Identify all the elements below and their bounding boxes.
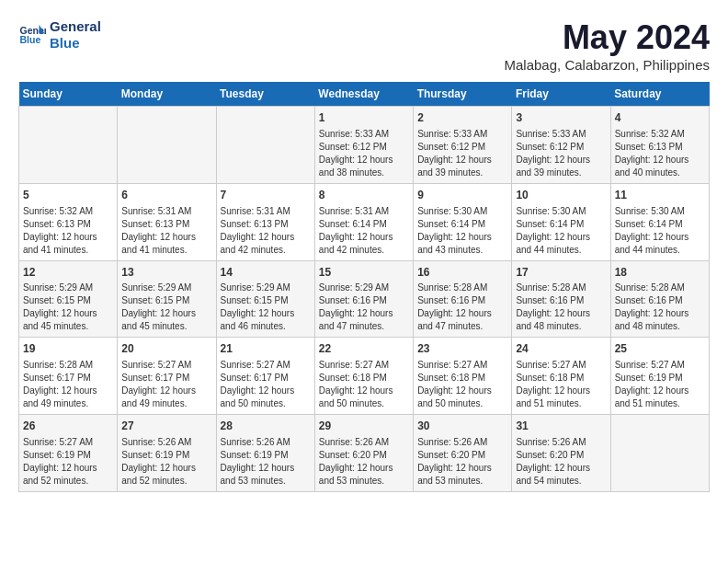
calendar-cell: 24Sunrise: 5:27 AM Sunset: 6:18 PM Dayli… bbox=[512, 338, 610, 415]
day-info: Sunrise: 5:27 AM Sunset: 6:18 PM Dayligh… bbox=[319, 359, 409, 410]
day-info: Sunrise: 5:29 AM Sunset: 6:15 PM Dayligh… bbox=[121, 282, 211, 333]
day-number: 17 bbox=[516, 265, 606, 281]
calendar-cell: 4Sunrise: 5:32 AM Sunset: 6:13 PM Daylig… bbox=[610, 107, 709, 184]
header-day: Tuesday bbox=[216, 82, 314, 107]
day-number: 18 bbox=[615, 265, 705, 281]
title-section: May 2024 Malabag, Calabarzon, Philippine… bbox=[505, 18, 710, 73]
day-info: Sunrise: 5:26 AM Sunset: 6:20 PM Dayligh… bbox=[516, 436, 606, 488]
calendar-week-row: 5Sunrise: 5:32 AM Sunset: 6:13 PM Daylig… bbox=[19, 183, 710, 260]
calendar-cell: 12Sunrise: 5:29 AM Sunset: 6:15 PM Dayli… bbox=[19, 260, 118, 338]
calendar-cell: 3Sunrise: 5:33 AM Sunset: 6:12 PM Daylig… bbox=[512, 107, 610, 184]
calendar-cell: 25Sunrise: 5:27 AM Sunset: 6:19 PM Dayli… bbox=[610, 338, 709, 415]
day-number: 13 bbox=[121, 265, 211, 281]
day-info: Sunrise: 5:30 AM Sunset: 6:14 PM Dayligh… bbox=[417, 205, 507, 257]
calendar-cell: 30Sunrise: 5:26 AM Sunset: 6:20 PM Dayli… bbox=[414, 415, 512, 492]
calendar-table: SundayMondayTuesdayWednesdayThursdayFrid… bbox=[18, 82, 710, 492]
month-year: May 2024 bbox=[505, 18, 710, 57]
day-info: Sunrise: 5:33 AM Sunset: 6:12 PM Dayligh… bbox=[516, 128, 606, 179]
calendar-cell: 28Sunrise: 5:26 AM Sunset: 6:19 PM Dayli… bbox=[216, 415, 314, 492]
calendar-cell: 29Sunrise: 5:26 AM Sunset: 6:20 PM Dayli… bbox=[314, 415, 413, 492]
calendar-cell: 23Sunrise: 5:27 AM Sunset: 6:18 PM Dayli… bbox=[414, 338, 512, 415]
day-number: 5 bbox=[23, 188, 113, 203]
calendar-week-row: 19Sunrise: 5:28 AM Sunset: 6:17 PM Dayli… bbox=[19, 338, 710, 415]
day-number: 19 bbox=[23, 341, 113, 357]
day-number: 8 bbox=[319, 188, 409, 203]
header-day: Monday bbox=[118, 82, 216, 107]
calendar-cell: 10Sunrise: 5:30 AM Sunset: 6:14 PM Dayli… bbox=[512, 183, 610, 260]
calendar-cell: 31Sunrise: 5:26 AM Sunset: 6:20 PM Dayli… bbox=[512, 415, 610, 492]
day-number: 2 bbox=[417, 110, 507, 126]
calendar-cell: 7Sunrise: 5:31 AM Sunset: 6:13 PM Daylig… bbox=[216, 183, 314, 260]
header-day: Saturday bbox=[610, 82, 709, 107]
page-header: General Blue General Blue May 2024 Malab… bbox=[18, 18, 710, 73]
day-info: Sunrise: 5:29 AM Sunset: 6:15 PM Dayligh… bbox=[221, 282, 311, 333]
day-info: Sunrise: 5:32 AM Sunset: 6:13 PM Dayligh… bbox=[615, 128, 705, 179]
calendar-cell: 27Sunrise: 5:26 AM Sunset: 6:19 PM Dayli… bbox=[118, 415, 216, 492]
logo-line1: General bbox=[50, 18, 101, 35]
calendar-cell: 21Sunrise: 5:27 AM Sunset: 6:17 PM Dayli… bbox=[216, 338, 314, 415]
calendar-cell: 1Sunrise: 5:33 AM Sunset: 6:12 PM Daylig… bbox=[314, 107, 413, 184]
day-number: 11 bbox=[615, 188, 705, 203]
day-info: Sunrise: 5:28 AM Sunset: 6:17 PM Dayligh… bbox=[23, 359, 113, 410]
day-number: 22 bbox=[319, 341, 409, 357]
svg-text:Blue: Blue bbox=[20, 34, 41, 45]
calendar-cell: 13Sunrise: 5:29 AM Sunset: 6:15 PM Dayli… bbox=[118, 260, 216, 338]
calendar-cell: 11Sunrise: 5:30 AM Sunset: 6:14 PM Dayli… bbox=[610, 183, 709, 260]
day-info: Sunrise: 5:29 AM Sunset: 6:16 PM Dayligh… bbox=[319, 282, 409, 333]
calendar-cell: 15Sunrise: 5:29 AM Sunset: 6:16 PM Dayli… bbox=[314, 260, 413, 338]
calendar-cell: 19Sunrise: 5:28 AM Sunset: 6:17 PM Dayli… bbox=[19, 338, 118, 415]
day-info: Sunrise: 5:31 AM Sunset: 6:13 PM Dayligh… bbox=[121, 205, 211, 257]
day-info: Sunrise: 5:26 AM Sunset: 6:20 PM Dayligh… bbox=[319, 436, 409, 488]
calendar-cell bbox=[216, 107, 314, 184]
day-info: Sunrise: 5:27 AM Sunset: 6:19 PM Dayligh… bbox=[23, 436, 113, 488]
day-info: Sunrise: 5:28 AM Sunset: 6:16 PM Dayligh… bbox=[417, 282, 507, 333]
day-info: Sunrise: 5:30 AM Sunset: 6:14 PM Dayligh… bbox=[516, 205, 606, 257]
day-number: 29 bbox=[319, 419, 409, 434]
calendar-week-row: 1Sunrise: 5:33 AM Sunset: 6:12 PM Daylig… bbox=[19, 107, 710, 184]
day-number: 23 bbox=[417, 341, 507, 357]
day-info: Sunrise: 5:26 AM Sunset: 6:20 PM Dayligh… bbox=[417, 436, 507, 488]
day-number: 28 bbox=[221, 419, 311, 434]
day-info: Sunrise: 5:26 AM Sunset: 6:19 PM Dayligh… bbox=[221, 436, 311, 488]
day-number: 3 bbox=[516, 110, 606, 126]
day-info: Sunrise: 5:27 AM Sunset: 6:19 PM Dayligh… bbox=[615, 359, 705, 410]
calendar-cell: 2Sunrise: 5:33 AM Sunset: 6:12 PM Daylig… bbox=[414, 107, 512, 184]
header-day: Friday bbox=[512, 82, 610, 107]
calendar-cell: 26Sunrise: 5:27 AM Sunset: 6:19 PM Dayli… bbox=[19, 415, 118, 492]
day-info: Sunrise: 5:26 AM Sunset: 6:19 PM Dayligh… bbox=[121, 436, 211, 488]
logo-icon: General Blue bbox=[18, 21, 46, 49]
logo-line2: Blue bbox=[50, 35, 101, 52]
day-number: 4 bbox=[615, 110, 705, 126]
header-day: Wednesday bbox=[314, 82, 413, 107]
day-number: 26 bbox=[23, 419, 113, 434]
day-number: 10 bbox=[516, 188, 606, 203]
day-info: Sunrise: 5:31 AM Sunset: 6:14 PM Dayligh… bbox=[319, 205, 409, 257]
day-number: 14 bbox=[221, 265, 311, 281]
calendar-cell bbox=[118, 107, 216, 184]
day-info: Sunrise: 5:33 AM Sunset: 6:12 PM Dayligh… bbox=[417, 128, 507, 179]
day-number: 6 bbox=[121, 188, 211, 203]
calendar-cell: 17Sunrise: 5:28 AM Sunset: 6:16 PM Dayli… bbox=[512, 260, 610, 338]
day-info: Sunrise: 5:27 AM Sunset: 6:18 PM Dayligh… bbox=[417, 359, 507, 410]
calendar-cell bbox=[19, 107, 118, 184]
day-number: 15 bbox=[319, 265, 409, 281]
day-info: Sunrise: 5:27 AM Sunset: 6:17 PM Dayligh… bbox=[221, 359, 311, 410]
header-day: Sunday bbox=[19, 82, 118, 107]
calendar-cell: 5Sunrise: 5:32 AM Sunset: 6:13 PM Daylig… bbox=[19, 183, 118, 260]
day-number: 24 bbox=[516, 341, 606, 357]
day-info: Sunrise: 5:32 AM Sunset: 6:13 PM Dayligh… bbox=[23, 205, 113, 257]
day-info: Sunrise: 5:27 AM Sunset: 6:17 PM Dayligh… bbox=[121, 359, 211, 410]
day-info: Sunrise: 5:28 AM Sunset: 6:16 PM Dayligh… bbox=[615, 282, 705, 333]
calendar-cell: 9Sunrise: 5:30 AM Sunset: 6:14 PM Daylig… bbox=[414, 183, 512, 260]
day-number: 25 bbox=[615, 341, 705, 357]
logo: General Blue General Blue bbox=[18, 18, 101, 52]
day-number: 9 bbox=[417, 188, 507, 203]
calendar-week-row: 26Sunrise: 5:27 AM Sunset: 6:19 PM Dayli… bbox=[19, 415, 710, 492]
day-number: 16 bbox=[417, 265, 507, 281]
day-info: Sunrise: 5:27 AM Sunset: 6:18 PM Dayligh… bbox=[516, 359, 606, 410]
header-day: Thursday bbox=[414, 82, 512, 107]
day-number: 7 bbox=[221, 188, 311, 203]
day-info: Sunrise: 5:28 AM Sunset: 6:16 PM Dayligh… bbox=[516, 282, 606, 333]
day-info: Sunrise: 5:33 AM Sunset: 6:12 PM Dayligh… bbox=[319, 128, 409, 179]
day-number: 21 bbox=[221, 341, 311, 357]
